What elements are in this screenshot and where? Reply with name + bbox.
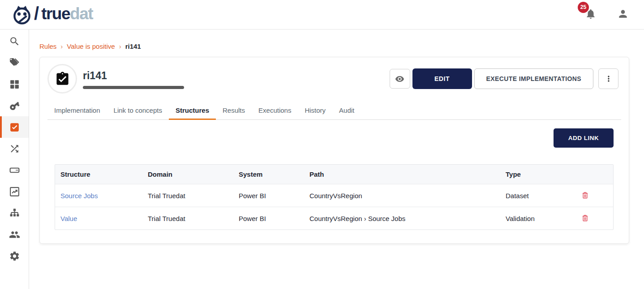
domain-cell: Trial Truedat: [142, 207, 233, 230]
trash-icon: [581, 191, 589, 200]
eye-icon: [395, 74, 404, 84]
structures-panel: ADD LINK Structure Domain System: [40, 120, 629, 230]
tags-icon: [9, 57, 20, 68]
truedat-logo[interactable]: / truedat: [13, 4, 93, 26]
logo-word-true: true: [41, 4, 70, 23]
delete-link-button[interactable]: [580, 213, 590, 223]
add-link-button[interactable]: ADD LINK: [554, 128, 614, 148]
chart-icon: [9, 186, 20, 197]
gear-icon: [9, 251, 20, 262]
kebab-menu-icon: [604, 74, 613, 83]
top-bar: / truedat 25: [0, 0, 644, 30]
path-cell: CountryVsRegion › Source Jobs: [304, 207, 500, 230]
notification-count-badge: 25: [578, 2, 589, 13]
column-header-path: Path: [304, 165, 500, 184]
sidebar-item-dashboards[interactable]: [0, 181, 29, 202]
sitemap-icon: [9, 208, 20, 219]
sidebar-item-keys[interactable]: [0, 95, 29, 116]
breadcrumb-separator: ›: [119, 42, 121, 50]
rule-avatar: [47, 64, 77, 94]
check-square-icon: [9, 122, 20, 133]
page-title: ri141: [83, 70, 184, 82]
structure-link[interactable]: Value: [60, 215, 77, 222]
key-icon: [9, 100, 20, 111]
main-content: Rules › Value is positive › ri141 ri141: [29, 30, 644, 289]
notifications-button[interactable]: 25: [585, 8, 597, 21]
drive-icon: [9, 165, 20, 176]
logo-wordmark: truedat: [41, 4, 93, 23]
tab-link-to-concepts[interactable]: Link to concepts: [107, 103, 169, 119]
breadcrumb-link-rules[interactable]: Rules: [39, 42, 56, 50]
table-row: Value Trial Truedat Power BI CountryVsRe…: [55, 207, 613, 230]
type-cell: Validation: [500, 207, 575, 230]
users-icon: [9, 229, 20, 240]
search-icon: [9, 36, 20, 47]
tab-structures[interactable]: Structures: [169, 103, 216, 119]
more-options-button[interactable]: [598, 68, 618, 89]
breadcrumb: Rules › Value is positive › ri141: [39, 42, 629, 50]
table-header-row: Structure Domain System Path Type: [55, 165, 613, 184]
view-button[interactable]: [390, 69, 410, 89]
tab-results[interactable]: Results: [216, 103, 252, 119]
rule-quality-bar: [83, 86, 184, 89]
tab-history[interactable]: History: [298, 103, 332, 119]
structures-table: Structure Domain System Path Type Source…: [55, 164, 614, 230]
rule-actions: EDIT EXECUTE IMPLEMENTATIONS: [390, 68, 618, 89]
sidebar-item-hierarchy[interactable]: [0, 202, 29, 224]
structure-link[interactable]: Source Jobs: [60, 192, 98, 200]
trash-icon: [581, 214, 589, 222]
grid-icon: [9, 79, 20, 90]
person-icon: [617, 8, 629, 20]
sidebar-item-users[interactable]: [0, 224, 29, 245]
column-header-type: Type: [500, 165, 575, 184]
structures-toolbar: ADD LINK: [55, 128, 614, 148]
logo-slash: /: [34, 4, 39, 24]
delete-link-button[interactable]: [580, 190, 590, 200]
sidebar-item-relations[interactable]: [0, 138, 29, 159]
column-header-system: System: [233, 165, 304, 184]
breadcrumb-current: ri141: [125, 42, 141, 50]
sidebar-item-tags[interactable]: [0, 52, 29, 73]
tab-executions[interactable]: Executions: [252, 103, 298, 119]
column-header-domain: Domain: [142, 165, 233, 184]
topbar-actions: 25: [585, 8, 631, 21]
table-row: Source Jobs Trial Truedat Power BI Count…: [55, 184, 613, 207]
breadcrumb-separator: ›: [60, 42, 63, 50]
shuffle-icon: [9, 143, 20, 154]
breadcrumb-link-rule-name[interactable]: Value is positive: [67, 42, 115, 50]
clipboard-check-icon: [55, 71, 70, 87]
sidebar-item-systems[interactable]: [0, 159, 29, 181]
user-menu-button[interactable]: [617, 8, 629, 21]
rule-title-block: ri141: [83, 69, 184, 89]
logo-word-dat: dat: [70, 4, 93, 23]
sidebar-item-rules[interactable]: [0, 116, 29, 138]
rule-card-header: ri141 EDIT EXECUTE IMPLEMENTATIONS: [40, 57, 629, 94]
type-cell: Dataset: [500, 184, 575, 207]
column-header-actions: [575, 165, 613, 184]
rule-card: ri141 EDIT EXECUTE IMPLEMENTATIONS Imple…: [39, 57, 629, 244]
rule-tabs: Implementation Link to concepts Structur…: [47, 103, 621, 120]
edit-button[interactable]: EDIT: [412, 68, 472, 89]
execute-implementations-button[interactable]: EXECUTE IMPLEMENTATIONS: [474, 68, 593, 89]
sidebar-item-settings[interactable]: [0, 245, 29, 267]
path-cell: CountryVsRegion: [304, 184, 500, 207]
sidebar: [0, 30, 29, 289]
tab-audit[interactable]: Audit: [332, 103, 361, 119]
sidebar-item-modules[interactable]: [0, 73, 29, 95]
column-header-structure: Structure: [55, 165, 142, 184]
sidebar-item-search[interactable]: [0, 30, 29, 52]
owl-logo-icon: [13, 4, 31, 25]
tab-implementation[interactable]: Implementation: [47, 103, 107, 119]
system-cell: Power BI: [233, 184, 304, 207]
domain-cell: Trial Truedat: [142, 184, 233, 207]
system-cell: Power BI: [233, 207, 304, 230]
